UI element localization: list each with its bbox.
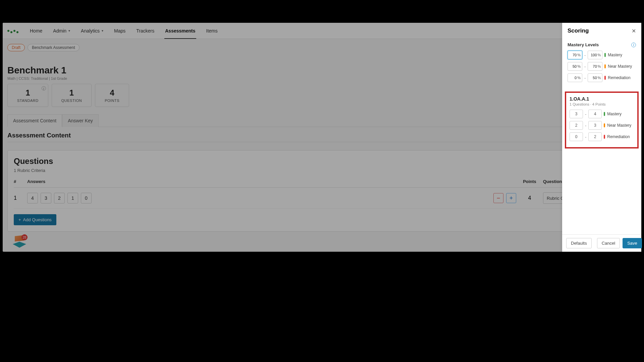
stat-number: 4 bbox=[105, 88, 119, 98]
breadcrumb: Math | CCSS: Traditional | 1st Grade bbox=[3, 76, 641, 84]
std-low-input[interactable]: 3 bbox=[570, 110, 583, 118]
question-points: 4 bbox=[516, 195, 543, 201]
stat-number: 1 bbox=[17, 88, 39, 98]
type-badge: Benchmark Assessment bbox=[28, 44, 79, 51]
level-high-input[interactable]: 70 % bbox=[588, 62, 602, 71]
nav-analytics[interactable]: Analytics▾ bbox=[75, 23, 109, 39]
col-header-points: Points bbox=[516, 179, 543, 184]
std-low-input[interactable]: 0 bbox=[570, 132, 583, 141]
nav-items[interactable]: Items bbox=[201, 23, 223, 39]
answer-box[interactable]: 3 bbox=[41, 193, 51, 203]
col-header-answers: Answers bbox=[27, 179, 486, 184]
standard-block: 1.OA.A.1 1 Questions · 4 Points 3-4Maste… bbox=[565, 92, 639, 148]
section-title: Assessment Content bbox=[7, 132, 71, 139]
level-low-input[interactable]: 0 % bbox=[568, 73, 582, 82]
close-button[interactable]: ✕ bbox=[632, 28, 636, 34]
stat-label: QUESTION bbox=[61, 99, 82, 103]
info-icon[interactable]: i bbox=[631, 43, 636, 47]
mastery-level-row: 0 %-50 %Remediation bbox=[568, 73, 636, 82]
level-label: Near Mastery bbox=[607, 123, 631, 128]
level-color-mark bbox=[604, 64, 606, 68]
plus-icon: + bbox=[18, 217, 21, 222]
level-low-input[interactable]: 50 % bbox=[568, 62, 582, 71]
level-color-mark bbox=[604, 135, 605, 139]
nav-maps[interactable]: Maps bbox=[109, 23, 131, 39]
std-high-input[interactable]: 3 bbox=[588, 121, 602, 130]
level-color-mark bbox=[604, 123, 605, 127]
level-label: Near Mastery bbox=[608, 64, 632, 69]
mastery-level-row: 70 %-100 %Mastery bbox=[568, 51, 636, 59]
nav-admin[interactable]: Admin▾ bbox=[48, 23, 75, 39]
stat-card: 4POINTS bbox=[95, 84, 129, 107]
add-questions-button[interactable]: + Add Questions bbox=[14, 214, 56, 225]
standard-level-row: 3-4Mastery bbox=[570, 110, 634, 118]
level-high-input[interactable]: 50 % bbox=[588, 73, 602, 82]
col-header-num: # bbox=[14, 179, 27, 184]
stat-number: 1 bbox=[61, 88, 82, 98]
remove-answer-button[interactable]: − bbox=[493, 193, 503, 203]
notification-badge: 28 bbox=[21, 234, 28, 240]
scoring-panel: Scoring ✕ Mastery Levels i 70 %-100 %Mas… bbox=[562, 23, 641, 252]
standard-level-row: 2-3Near Mastery bbox=[570, 121, 634, 130]
level-label: Remediation bbox=[607, 134, 630, 139]
cancel-button[interactable]: Cancel bbox=[597, 238, 620, 248]
logo[interactable] bbox=[7, 30, 18, 32]
status-badge-draft: Draft bbox=[7, 44, 25, 51]
nav-home[interactable]: Home bbox=[24, 23, 48, 39]
level-label: Mastery bbox=[608, 53, 622, 57]
stat-card: i1STANDARD bbox=[7, 84, 48, 107]
level-label: Mastery bbox=[607, 112, 622, 116]
standard-code: 1.OA.A.1 bbox=[570, 96, 634, 102]
tab-answer-key[interactable]: Answer Key bbox=[62, 114, 99, 127]
standard-sub: 1 Questions · 4 Points bbox=[570, 102, 634, 106]
answer-box[interactable]: 1 bbox=[67, 193, 78, 203]
answer-box[interactable]: 4 bbox=[27, 193, 38, 203]
question-number: 1 bbox=[14, 195, 27, 201]
chevron-down-icon: ▾ bbox=[68, 29, 70, 33]
level-label: Remediation bbox=[608, 75, 630, 80]
top-nav: Home Admin▾ Analytics▾ Maps Trackers Ass… bbox=[3, 23, 641, 39]
level-color-mark bbox=[604, 112, 605, 116]
questions-title: Questions bbox=[14, 157, 630, 166]
question-row: 1 43210 − + 4 Rubric Criteria ▾ 1. bbox=[14, 188, 630, 209]
nav-assessments[interactable]: Assessments bbox=[160, 23, 201, 39]
defaults-button[interactable]: Defaults bbox=[566, 238, 592, 248]
std-high-input[interactable]: 4 bbox=[588, 110, 602, 118]
mastery-level-row: 50 %-70 %Near Mastery bbox=[568, 62, 636, 71]
level-color-mark bbox=[604, 76, 606, 80]
tab-assessment-content[interactable]: Assessment Content bbox=[7, 114, 62, 127]
chevron-down-icon: ▾ bbox=[102, 29, 103, 33]
answer-box[interactable]: 2 bbox=[54, 193, 65, 203]
level-color-mark bbox=[604, 53, 606, 57]
add-answer-button[interactable]: + bbox=[506, 193, 516, 203]
questions-subtitle: 1 Rubric Criteria bbox=[14, 168, 630, 173]
std-high-input[interactable]: 2 bbox=[588, 132, 602, 141]
level-high-input[interactable]: 100 % bbox=[588, 51, 602, 59]
standard-level-row: 0-2Remediation bbox=[570, 132, 634, 141]
stat-card: 1QUESTION bbox=[52, 84, 92, 107]
mastery-levels-title: Mastery Levels bbox=[568, 42, 599, 47]
scoring-panel-title: Scoring bbox=[568, 27, 589, 34]
page-title: Benchmark 1 bbox=[3, 64, 641, 76]
std-low-input[interactable]: 2 bbox=[570, 121, 583, 130]
info-icon[interactable]: i bbox=[42, 86, 46, 90]
stat-label: STANDARD bbox=[17, 99, 39, 103]
nav-trackers[interactable]: Trackers bbox=[131, 23, 160, 39]
help-widget[interactable]: 28 bbox=[13, 236, 26, 249]
save-button[interactable]: Save bbox=[623, 238, 642, 248]
level-low-input[interactable]: 70 % bbox=[568, 51, 582, 59]
answer-box[interactable]: 0 bbox=[81, 193, 92, 203]
stat-label: POINTS bbox=[105, 99, 119, 103]
